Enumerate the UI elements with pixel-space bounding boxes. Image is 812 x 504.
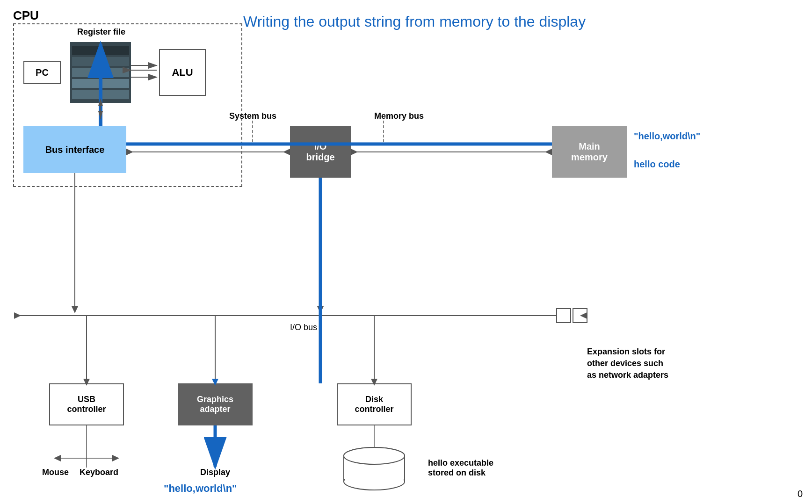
reg-row-2 <box>72 57 129 66</box>
reg-row-5 <box>72 90 129 99</box>
display-hello-text: "hello,world\n" <box>164 482 237 495</box>
usb-label: USBcontroller <box>67 395 106 414</box>
svg-marker-27 <box>580 312 587 319</box>
main-memory-text1: "hello,world\n" <box>634 131 700 142</box>
reg-row-1 <box>72 46 129 55</box>
io-bridge-box: I/Obridge <box>290 126 351 178</box>
graphics-label: Graphicsadapter <box>197 395 233 414</box>
svg-point-55 <box>344 447 405 464</box>
reg-row-4 <box>72 79 129 88</box>
svg-rect-26 <box>573 309 587 323</box>
display-label: Display <box>200 468 230 477</box>
cpu-label: CPU <box>13 8 39 23</box>
pc-label: PC <box>36 67 49 78</box>
svg-marker-23 <box>14 312 21 319</box>
svg-marker-31 <box>72 306 78 313</box>
svg-marker-45 <box>54 455 61 461</box>
main-memory-box: Mainmemory <box>552 126 627 178</box>
system-bus-label: System bus <box>229 111 276 121</box>
svg-marker-29 <box>317 306 324 313</box>
memory-bus-label: Memory bus <box>374 111 424 121</box>
svg-marker-20 <box>351 149 358 155</box>
disk-controller-label: Diskcontroller <box>355 395 393 414</box>
svg-marker-21 <box>545 149 552 155</box>
svg-marker-16 <box>283 149 290 155</box>
pc-box: PC <box>23 61 61 84</box>
svg-marker-47 <box>112 455 119 461</box>
graphics-adapter-box: Graphicsadapter <box>178 383 253 425</box>
register-file-box <box>70 42 131 103</box>
hello-exec-text: hello executable stored on disk <box>428 458 493 478</box>
io-bus-label: I/O bus <box>290 323 317 332</box>
main-memory-label: Mainmemory <box>571 141 608 163</box>
alu-label: ALU <box>172 66 193 79</box>
io-bridge-label: I/Obridge <box>306 141 334 163</box>
usb-controller-box: USBcontroller <box>49 383 124 425</box>
disk-label: Disk <box>358 475 376 485</box>
slide-title: Writing the output string from memory to… <box>243 13 586 30</box>
svg-rect-25 <box>557 309 571 323</box>
keyboard-label: Keyboard <box>80 468 118 477</box>
main-memory-text2: hello code <box>634 159 680 170</box>
diagram: Writing the output string from memory to… <box>0 0 812 504</box>
bus-interface-box: Bus interface <box>23 126 126 173</box>
reg-row-3 <box>72 68 129 77</box>
mouse-label: Mouse <box>42 468 69 477</box>
bus-interface-label: Bus interface <box>45 144 105 155</box>
svg-point-49 <box>344 447 405 464</box>
disk-controller-box: Diskcontroller <box>337 383 412 425</box>
register-file-label: Register file <box>77 27 125 37</box>
expansion-slots-text: Expansion slots forother devices suchas … <box>587 346 668 382</box>
page-number: 0 <box>798 489 803 499</box>
alu-box: ALU <box>159 49 206 96</box>
